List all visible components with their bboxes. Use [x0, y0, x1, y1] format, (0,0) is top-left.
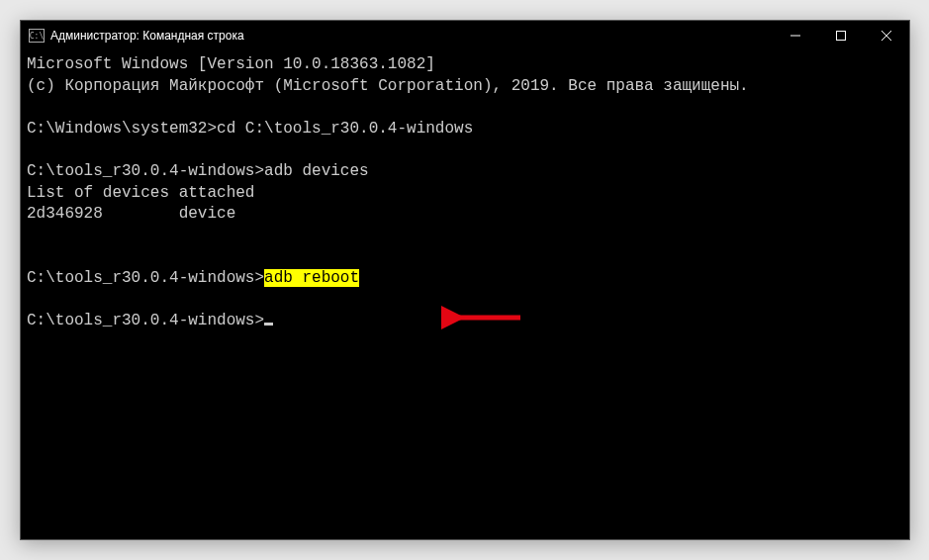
minimize-icon	[790, 31, 800, 41]
prompt: C:\tools_r30.0.4-windows>	[27, 269, 264, 287]
prompt: C:\Windows\system32>	[27, 120, 217, 138]
output-line: 2d346928 device	[27, 205, 235, 223]
output-line: List of devices attached	[27, 184, 254, 202]
svg-rect-1	[837, 32, 846, 41]
titlebar[interactable]: C:\ Администратор: Командная строка	[21, 21, 909, 50]
terminal-output[interactable]: Microsoft Windows [Version 10.0.18363.10…	[21, 50, 909, 539]
close-icon	[882, 31, 891, 41]
command-adb-reboot-highlighted: adb reboot	[264, 269, 359, 287]
command-cd: cd C:\tools_r30.0.4-windows	[217, 120, 473, 138]
titlebar-left: C:\ Администратор: Командная строка	[21, 29, 244, 43]
version-line: Microsoft Windows [Version 10.0.18363.10…	[27, 55, 435, 73]
minimize-button[interactable]	[773, 21, 818, 50]
command-adb-devices: adb devices	[264, 162, 369, 180]
prompt: C:\tools_r30.0.4-windows>	[27, 312, 264, 329]
cmd-icon: C:\	[29, 29, 45, 43]
maximize-icon	[836, 31, 846, 41]
command-prompt-window: C:\ Администратор: Командная строка Micr…	[20, 20, 910, 540]
annotation-arrow-icon	[441, 303, 530, 332]
close-button[interactable]	[864, 21, 909, 50]
maximize-button[interactable]	[818, 21, 864, 50]
copyright-line: (c) Корпорация Майкрософт (Microsoft Cor…	[27, 77, 749, 95]
window-controls	[773, 21, 909, 50]
prompt: C:\tools_r30.0.4-windows>	[27, 162, 264, 180]
cursor	[264, 323, 273, 326]
window-title: Администратор: Командная строка	[50, 29, 244, 43]
